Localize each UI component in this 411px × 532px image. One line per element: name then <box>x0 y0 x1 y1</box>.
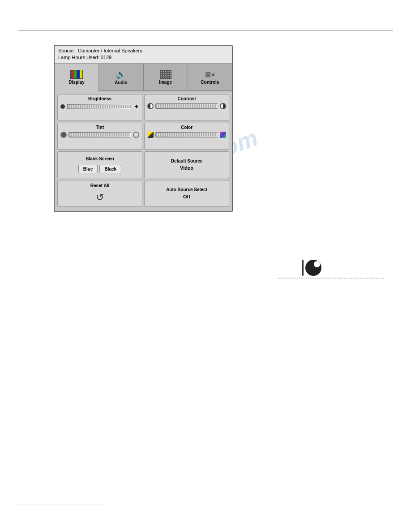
image-grid-icon <box>160 70 171 79</box>
color-low-icon <box>147 132 154 138</box>
brightness-slider[interactable] <box>67 104 132 109</box>
contrast-high-icon <box>220 103 226 109</box>
panel-container: Source : Computer / Internal Speakers La… <box>54 45 233 212</box>
controls-tab-icon: ⊠ ≡ <box>205 70 214 79</box>
row-blank-default: Blank Screen Blue Black Default Source V… <box>57 151 229 178</box>
contrast-low-icon <box>147 103 154 109</box>
controls-icon-symbol: ⊠ <box>205 70 211 79</box>
blank-screen-blue-button[interactable]: Blue <box>78 165 98 173</box>
bottom-horizontal-rule <box>18 487 393 487</box>
contrast-slider-fill <box>156 104 217 108</box>
blank-screen-label: Blank Screen <box>86 156 114 161</box>
tint-slider-row <box>60 132 139 138</box>
tab-image[interactable]: Image <box>144 64 188 90</box>
status-bar: Source : Computer / Internal Speakers La… <box>55 46 232 64</box>
brightness-slider-fill <box>68 105 131 108</box>
audio-tab-icon: 🔊 <box>116 69 126 79</box>
image-tab-label: Image <box>159 80 172 85</box>
brightness-cell: Brightness ✦ <box>57 94 142 121</box>
contrast-label: Contrast <box>147 96 226 101</box>
display-tab-label: Display <box>68 80 85 85</box>
color-cell: Color <box>144 123 229 150</box>
note-circle-icon <box>305 260 321 276</box>
auto-source-cell: Auto Source Select Off <box>144 180 229 207</box>
row-brightness-contrast: Brightness ✦ Contrast <box>57 94 229 121</box>
display-tab-icon <box>70 70 83 79</box>
color-label: Color <box>147 125 226 130</box>
reset-all-label: Reset All <box>90 183 109 188</box>
color-slider-row <box>147 132 226 138</box>
tint-slider-fill <box>69 133 130 137</box>
brightness-slider-row: ✦ <box>60 103 139 110</box>
controls-icon-lines: ≡ <box>212 72 214 77</box>
reset-all-icon[interactable]: ↺ <box>96 192 104 203</box>
footnote-rule <box>18 505 107 505</box>
image-tab-icon <box>160 70 171 79</box>
default-source-label: Default Source <box>171 159 203 163</box>
top-horizontal-rule <box>18 30 393 31</box>
content-area: Brightness ✦ Contrast <box>55 91 232 211</box>
contrast-slider[interactable] <box>155 103 218 109</box>
default-source-cell: Default Source Video <box>144 151 229 178</box>
brightness-label: Brightness <box>60 96 139 101</box>
color-bar-yellow <box>80 70 83 78</box>
tint-high-icon <box>133 132 139 138</box>
audio-tab-label: Audio <box>115 80 127 85</box>
blank-screen-cell: Blank Screen Blue Black <box>57 151 142 178</box>
controls-tab-label: Controls <box>201 80 219 85</box>
side-bar-decoration <box>302 260 304 276</box>
auto-source-value: Off <box>183 194 190 199</box>
tab-controls[interactable]: ⊠ ≡ Controls <box>188 64 232 90</box>
tint-label: Tint <box>60 125 139 130</box>
brightness-low-icon <box>60 104 65 109</box>
dotted-separator <box>278 278 384 279</box>
tab-row: Display 🔊 Audio Image ⊠ ≡ Controls <box>55 64 232 91</box>
brightness-high-icon: ✦ <box>134 103 139 110</box>
row-tint-color: Tint Color <box>57 123 229 150</box>
side-note-icon <box>302 260 321 276</box>
tint-slider[interactable] <box>68 132 131 137</box>
default-source-value: Video <box>180 165 193 171</box>
auto-source-label: Auto Source Select <box>166 187 207 192</box>
color-slider[interactable] <box>155 132 218 137</box>
tab-display[interactable]: Display <box>55 64 99 91</box>
projector-ui-box: Source : Computer / Internal Speakers La… <box>54 45 233 212</box>
status-line-2: Lamp Hours Used: 0129 <box>58 54 228 61</box>
row-reset-auto: Reset All ↺ Auto Source Select Off <box>57 180 229 207</box>
blank-screen-black-button[interactable]: Black <box>99 165 121 173</box>
contrast-cell: Contrast <box>144 94 229 121</box>
blank-screen-buttons: Blue Black <box>78 165 121 173</box>
color-high-icon <box>220 132 226 138</box>
reset-all-cell: Reset All ↺ <box>57 180 142 207</box>
status-line-1: Source : Computer / Internal Speakers <box>58 47 228 54</box>
tab-audio[interactable]: 🔊 Audio <box>99 64 143 90</box>
display-color-bars-icon <box>70 70 83 79</box>
tint-low-icon <box>60 132 67 138</box>
tint-cell: Tint <box>57 123 142 150</box>
color-slider-fill <box>156 133 217 137</box>
contrast-slider-row <box>147 103 226 109</box>
